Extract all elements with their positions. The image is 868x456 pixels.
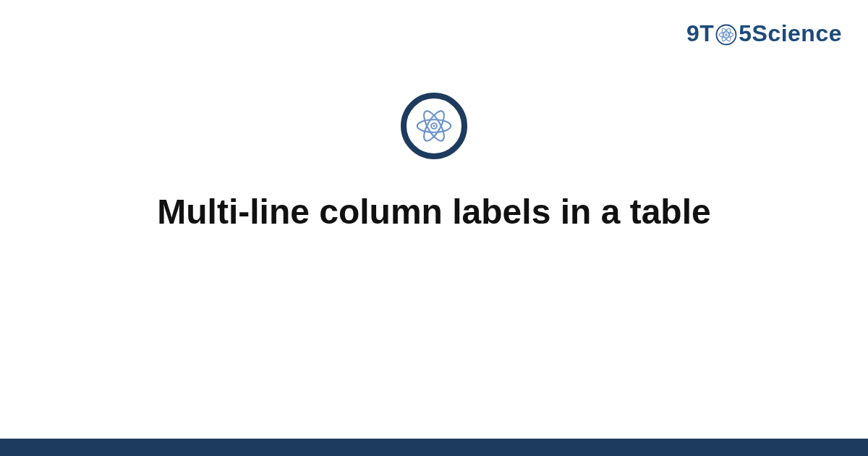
atom-badge-icon	[401, 93, 467, 159]
svg-point-9	[433, 125, 435, 127]
main-content: Multi-line column labels in a table	[0, 0, 868, 456]
footer-bar	[0, 439, 868, 456]
page-title: Multi-line column labels in a table	[157, 191, 710, 233]
